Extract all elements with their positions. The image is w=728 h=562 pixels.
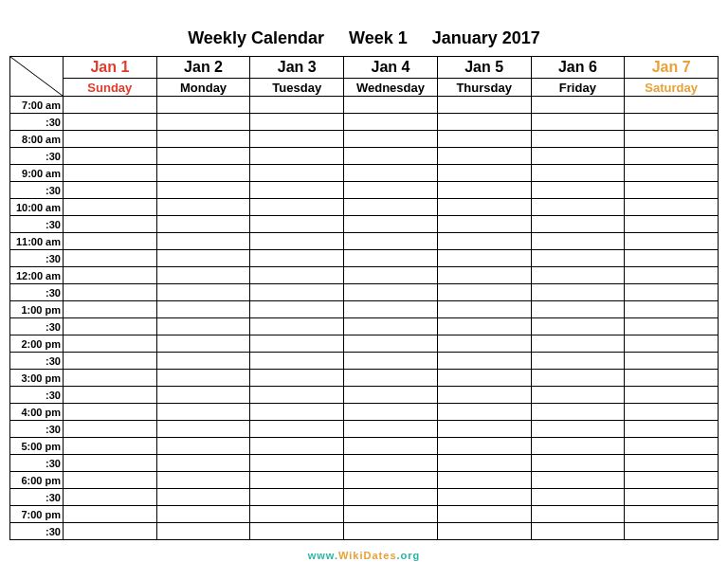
calendar-cell xyxy=(156,165,250,182)
calendar-cell xyxy=(250,233,344,250)
calendar-cell xyxy=(531,267,625,284)
time-label: :30 xyxy=(10,216,64,233)
calendar-cell xyxy=(250,489,344,506)
calendar-cell xyxy=(531,387,625,404)
calendar-cell xyxy=(625,148,719,165)
calendar-cell xyxy=(344,387,438,404)
calendar-cell xyxy=(531,165,625,182)
calendar-cell xyxy=(437,455,531,472)
calendar-cell xyxy=(625,284,719,301)
calendar-cell xyxy=(64,455,157,472)
calendar-cell xyxy=(531,148,625,165)
calendar-cell xyxy=(625,335,719,353)
calendar-cell xyxy=(625,216,719,233)
calendar-cell xyxy=(625,267,719,284)
calendar-cell xyxy=(250,97,344,114)
calendar-cell xyxy=(531,455,625,472)
calendar-cell xyxy=(344,97,438,114)
time-label: :30 xyxy=(10,353,64,370)
calendar-cell xyxy=(437,114,531,131)
calendar-cell xyxy=(64,404,157,421)
calendar-cell xyxy=(64,472,157,489)
calendar-cell xyxy=(437,472,531,489)
time-label: :30 xyxy=(10,318,64,335)
calendar-cell xyxy=(531,284,625,301)
calendar-cell xyxy=(625,523,719,540)
time-label: 7:00 pm xyxy=(10,506,64,523)
time-label: 3:00 pm xyxy=(10,370,64,387)
calendar-cell xyxy=(64,284,157,301)
calendar-cell xyxy=(437,233,531,250)
calendar-cell xyxy=(156,267,250,284)
calendar-cell xyxy=(250,404,344,421)
calendar-cell xyxy=(156,318,250,335)
calendar-cell xyxy=(437,199,531,216)
calendar-cell xyxy=(625,301,719,318)
calendar-cell xyxy=(64,148,157,165)
calendar-cell xyxy=(64,489,157,506)
calendar-cell xyxy=(64,233,157,250)
calendar-cell xyxy=(156,472,250,489)
time-label: :30 xyxy=(10,489,64,506)
calendar-cell xyxy=(250,182,344,199)
calendar-cell xyxy=(531,506,625,523)
calendar-cell xyxy=(625,489,719,506)
calendar-cell xyxy=(156,523,250,540)
calendar-cell xyxy=(437,216,531,233)
calendar-cell xyxy=(437,250,531,267)
calendar-cell xyxy=(344,472,438,489)
calendar-cell xyxy=(625,506,719,523)
title-week: Week 1 xyxy=(349,28,408,47)
calendar-cell xyxy=(344,506,438,523)
calendar-cell xyxy=(344,438,438,455)
calendar-cell xyxy=(344,216,438,233)
calendar-cell xyxy=(531,438,625,455)
footer-prefix: www. xyxy=(308,550,338,561)
calendar-cell xyxy=(344,199,438,216)
calendar-cell xyxy=(531,233,625,250)
calendar-cell xyxy=(437,387,531,404)
calendar-cell xyxy=(625,250,719,267)
calendar-cell xyxy=(625,404,719,421)
calendar-cell xyxy=(625,455,719,472)
calendar-cell xyxy=(437,506,531,523)
title-month-year: January 2017 xyxy=(432,28,540,47)
footer-suffix: .org xyxy=(397,550,421,561)
calendar-cell xyxy=(250,455,344,472)
calendar-cell xyxy=(344,182,438,199)
footer-brand: WikiDates xyxy=(338,550,396,561)
calendar-cell xyxy=(156,370,250,387)
calendar-cell xyxy=(156,455,250,472)
date-header: Jan 6 xyxy=(531,57,625,79)
calendar-cell xyxy=(156,114,250,131)
calendar-cell xyxy=(625,353,719,370)
calendar-cell xyxy=(156,250,250,267)
calendar-cell xyxy=(437,335,531,353)
calendar-cell xyxy=(250,387,344,404)
calendar-cell xyxy=(156,97,250,114)
calendar-cell xyxy=(344,284,438,301)
calendar-cell xyxy=(156,199,250,216)
calendar-cell xyxy=(437,523,531,540)
calendar-cell xyxy=(156,335,250,353)
date-header: Jan 5 xyxy=(437,57,531,79)
calendar-cell xyxy=(531,199,625,216)
calendar-cell xyxy=(625,438,719,455)
dayname-header: Friday xyxy=(531,79,625,97)
calendar-cell xyxy=(531,216,625,233)
time-label: 12:00 am xyxy=(10,267,64,284)
calendar-cell xyxy=(531,301,625,318)
calendar-cell xyxy=(437,131,531,148)
calendar-cell xyxy=(64,97,157,114)
calendar-cell xyxy=(250,199,344,216)
calendar-cell xyxy=(625,199,719,216)
svg-line-0 xyxy=(10,57,63,96)
calendar-cell xyxy=(250,506,344,523)
calendar-cell xyxy=(250,318,344,335)
time-label: 1:00 pm xyxy=(10,301,64,318)
calendar-cell xyxy=(64,114,157,131)
calendar-cell xyxy=(531,523,625,540)
calendar-cell xyxy=(156,182,250,199)
calendar-cell xyxy=(344,114,438,131)
calendar-cell xyxy=(531,182,625,199)
